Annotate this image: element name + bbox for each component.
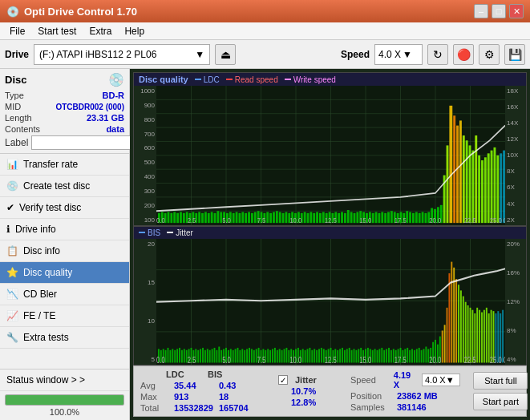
chart2-y-axis-left: 2015105: [134, 239, 156, 365]
svg-rect-202: [267, 349, 269, 362]
stats-jitter-col: ✓ Jitter 10.7% 12.8%: [278, 375, 331, 407]
drive-selector[interactable]: (F:) ATAPI iHBS112 2 PL06 ▼: [34, 44, 210, 65]
svg-rect-160: [169, 349, 171, 362]
svg-rect-172: [197, 349, 199, 362]
chart1-y-axis-left: 1000900800700600500400300200100: [134, 86, 156, 225]
chart-bis-header: BIS Jitter: [134, 227, 526, 239]
svg-rect-122: [478, 155, 480, 223]
minimize-button[interactable]: –: [474, 4, 488, 18]
disc-label-label: Label: [5, 137, 28, 148]
bis-col-title: BIS: [208, 370, 240, 379]
sidebar-item-fe-te[interactable]: 📈 FE / TE: [0, 305, 129, 327]
menu-extra[interactable]: Extra: [83, 24, 118, 38]
menu-start-test[interactable]: Start test: [31, 24, 83, 38]
svg-rect-66: [304, 212, 306, 224]
svg-rect-178: [212, 349, 213, 362]
svg-rect-158: [165, 349, 167, 362]
close-button[interactable]: ✕: [509, 4, 524, 18]
svg-rect-70: [316, 212, 318, 224]
svg-rect-249: [377, 349, 378, 362]
mid-value: OTCBDR002 (000): [55, 103, 124, 111]
stats-ldc-col: LDC BIS Avg 35.44 0.43 Max 913 18 Total …: [140, 370, 259, 413]
svg-rect-286: [463, 296, 464, 362]
svg-rect-113: [449, 106, 452, 223]
sidebar-item-extra-tests[interactable]: 🔧 Extra tests: [0, 327, 129, 349]
svg-rect-176: [207, 349, 208, 362]
refresh-button[interactable]: ↻: [427, 44, 448, 65]
menu-file[interactable]: File: [3, 24, 31, 38]
bis-max: 18: [219, 392, 259, 402]
maximize-button[interactable]: □: [492, 4, 506, 18]
svg-rect-35: [208, 213, 210, 223]
svg-rect-188: [235, 349, 237, 362]
speed-stat-select[interactable]: 4.0 X▼: [422, 374, 460, 386]
svg-rect-190: [239, 349, 241, 362]
svg-rect-247: [372, 349, 374, 362]
sidebar-item-drive-info[interactable]: ℹ Drive info: [0, 219, 129, 240]
svg-rect-47: [245, 213, 247, 223]
svg-rect-284: [458, 285, 459, 362]
write-legend-label: Write speed: [293, 75, 336, 84]
svg-rect-296: [486, 307, 488, 362]
svg-rect-187: [233, 349, 234, 362]
sidebar-label-cd-bler: CD Bler: [23, 289, 57, 300]
speed-selector[interactable]: 4.0 X ▼: [374, 44, 423, 65]
burn-button[interactable]: 🔴: [453, 44, 474, 65]
sidebar-item-disc-quality[interactable]: ⭐ Disc quality: [0, 262, 129, 284]
menu-help[interactable]: Help: [118, 24, 151, 38]
sidebar-item-transfer-rate[interactable]: 📊 Transfer rate: [0, 154, 129, 176]
settings-button[interactable]: ⚙: [479, 44, 500, 65]
length-label: Length: [5, 113, 32, 123]
svg-rect-46: [241, 212, 244, 224]
type-label: Type: [5, 91, 24, 100]
position-label: Position: [350, 391, 392, 401]
status-window-button[interactable]: Status window > >: [0, 370, 129, 391]
svg-rect-79: [344, 213, 346, 223]
speed-stat-val: 4.19 X: [394, 370, 417, 390]
svg-rect-91: [381, 212, 383, 224]
sidebar-item-create-test-disc[interactable]: 💿 Create test disc: [0, 176, 129, 197]
drive-value: (F:) ATAPI iHBS112 2 PL06: [39, 49, 192, 60]
svg-text:0.0: 0.0: [156, 354, 165, 365]
ldc-legend-dot: [195, 79, 201, 80]
start-full-button[interactable]: Start full: [473, 372, 528, 390]
svg-rect-71: [319, 213, 322, 223]
svg-rect-265: [414, 349, 415, 362]
svg-rect-58: [279, 212, 281, 224]
svg-rect-44: [236, 212, 238, 224]
disc-panel: Disc 💿 Type BD-R MID OTCBDR002 (000) Len…: [0, 69, 129, 154]
svg-rect-281: [451, 261, 452, 362]
svg-rect-295: [483, 309, 485, 362]
sidebar-item-cd-bler[interactable]: 📉 CD Bler: [0, 284, 129, 305]
svg-rect-54: [266, 212, 269, 224]
chart1-y-axis-right: 18X16X14X12X10X8X6X4X2X: [505, 86, 526, 225]
svg-rect-104: [422, 212, 424, 224]
svg-rect-103: [419, 213, 421, 223]
svg-text:15.0: 15.0: [359, 216, 371, 224]
svg-rect-204: [272, 349, 273, 362]
svg-rect-279: [447, 307, 448, 362]
svg-rect-93: [387, 212, 390, 224]
svg-rect-59: [282, 213, 285, 223]
action-buttons: Start full Start part: [473, 372, 528, 410]
svg-rect-80: [347, 210, 350, 223]
svg-rect-254: [388, 348, 390, 363]
sidebar-label-fe-te: FE / TE: [23, 310, 55, 321]
jitter-checkbox[interactable]: ✓: [278, 375, 288, 385]
ldc-col-title: LDC: [166, 370, 203, 379]
svg-rect-68: [310, 212, 312, 224]
svg-rect-126: [491, 151, 493, 224]
sidebar-item-verify-test-disc[interactable]: ✔ Verify test disc: [0, 197, 129, 219]
start-part-button[interactable]: Start part: [473, 393, 528, 410]
svg-rect-165: [181, 349, 183, 362]
eject-button[interactable]: ⏏: [215, 44, 236, 65]
sidebar-item-disc-info[interactable]: 📋 Disc info: [0, 240, 129, 262]
svg-rect-253: [386, 349, 387, 362]
svg-text:7.5: 7.5: [257, 354, 266, 365]
svg-rect-294: [481, 312, 483, 362]
svg-rect-277: [442, 330, 443, 362]
jitter-label: Jitter: [295, 375, 317, 385]
fe-te-icon: 📈: [6, 310, 18, 321]
svg-rect-239: [354, 349, 355, 362]
save-button[interactable]: 💾: [504, 44, 525, 65]
